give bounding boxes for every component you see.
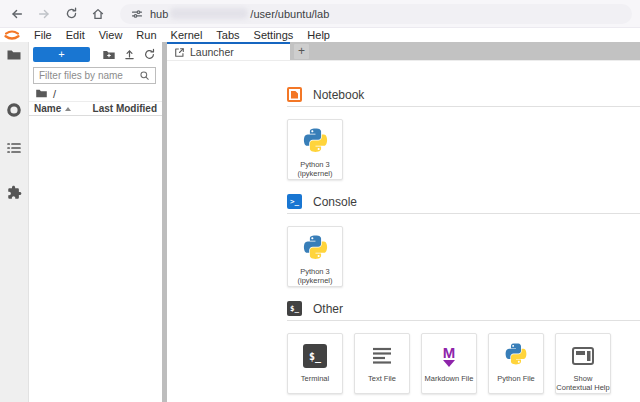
card-label: Terminal (301, 374, 329, 383)
browser-forward-icon[interactable] (35, 5, 53, 23)
launcher-section-notebook: Notebook Python 3 (ipykernel) (287, 87, 640, 180)
launcher-card-show-contextual-help[interactable]: Show Contextual Help (555, 333, 611, 394)
menu-file[interactable]: File (27, 29, 59, 41)
column-header-last-modified[interactable]: Last Modified (93, 103, 157, 114)
site-settings-icon[interactable] (130, 5, 144, 23)
file-browser-panel: + / (29, 42, 162, 402)
python-logo-icon (301, 126, 330, 158)
launcher-card-text-file[interactable]: Text File (354, 333, 410, 394)
launcher-card-terminal[interactable]: $_ Terminal (287, 333, 343, 394)
menu-tabs[interactable]: Tabs (209, 29, 246, 41)
jupyterlab-browser-window: hub /user/ubuntu/lab File Edit View Run … (0, 0, 640, 402)
running-sessions-icon[interactable] (0, 98, 28, 122)
url-path: /user/ubuntu/lab (250, 8, 329, 20)
new-folder-icon[interactable] (101, 47, 116, 62)
launcher-card-notebook-python3[interactable]: Python 3 (ipykernel) (287, 119, 343, 180)
card-row-other: $_ Terminal Text File M (287, 333, 640, 394)
menu-help[interactable]: Help (300, 29, 337, 41)
section-header-notebook: Notebook (287, 87, 640, 107)
terminal-icon: $_ (303, 340, 327, 372)
card-label: Show Contextual Help (556, 374, 610, 393)
browser-home-icon[interactable] (89, 5, 107, 23)
section-title: Other (313, 302, 343, 316)
launcher-card-python-file[interactable]: Python File (488, 333, 544, 394)
upload-icon[interactable] (122, 47, 137, 62)
python-logo-icon (503, 340, 529, 372)
terminal-small-icon: $_ (287, 301, 302, 316)
browser-reload-icon[interactable] (62, 5, 80, 23)
card-label: Text File (368, 374, 396, 383)
menu-run[interactable]: Run (129, 29, 163, 41)
jupyter-logo-icon (3, 29, 21, 41)
markdown-icon: M (443, 340, 456, 372)
browser-address-bar[interactable]: hub /user/ubuntu/lab (120, 4, 632, 24)
launcher-section-other: $_ Other $_ Terminal (287, 301, 640, 394)
browser-back-icon[interactable] (8, 5, 26, 23)
card-label: Python 3 (ipykernel) (297, 267, 332, 286)
launcher-section-console: >_ Console Python 3 (ipykernel) (287, 194, 640, 287)
console-icon: >_ (287, 194, 302, 209)
table-of-contents-icon[interactable] (0, 136, 28, 160)
url-host: hub (150, 8, 168, 20)
breadcrumb: / (35, 87, 56, 100)
menu-settings[interactable]: Settings (247, 29, 301, 41)
tab-launcher-label: Launcher (190, 46, 234, 58)
filter-files-input[interactable] (39, 70, 139, 81)
search-icon (139, 67, 150, 85)
section-title: Notebook (313, 88, 364, 102)
python-logo-icon (301, 233, 330, 265)
launcher-card-markdown-file[interactable]: M Markdown File (421, 333, 477, 394)
card-row-console: Python 3 (ipykernel) (287, 226, 640, 287)
launcher-card-console-python3[interactable]: Python 3 (ipykernel) (287, 226, 343, 287)
tab-bar: Launcher + (167, 42, 640, 60)
jupyterlab-menu-bar: File Edit View Run Kernel Tabs Settings … (0, 28, 640, 42)
main-area: + / (0, 42, 640, 402)
tab-launcher[interactable]: Launcher (167, 42, 290, 60)
browser-toolbar: hub /user/ubuntu/lab (0, 0, 640, 28)
text-file-icon (369, 340, 395, 372)
column-header-name[interactable]: Name (34, 103, 71, 114)
refresh-icon[interactable] (142, 47, 157, 62)
notebook-icon (287, 87, 302, 102)
section-header-other: $_ Other (287, 301, 640, 321)
launcher-body: Notebook Python 3 (ipykernel) (167, 60, 640, 402)
file-listing-header: Name Last Modified (29, 101, 162, 116)
menu-kernel[interactable]: Kernel (164, 29, 210, 41)
filter-files-box (33, 67, 156, 84)
menu-view[interactable]: View (92, 29, 130, 41)
redacted-url-segment (170, 8, 248, 19)
file-browser-tab-folder-icon[interactable] (0, 43, 28, 67)
card-label: Python 3 (ipykernel) (297, 160, 332, 179)
card-label: Markdown File (425, 374, 474, 383)
extensions-puzzle-icon[interactable] (0, 180, 28, 204)
breadcrumb-home-folder-icon[interactable] (35, 87, 48, 100)
section-header-console: >_ Console (287, 194, 640, 214)
card-label: Python File (497, 374, 535, 383)
section-title: Console (313, 195, 357, 209)
dock-panel: Launcher + Notebook (167, 42, 640, 402)
menu-edit[interactable]: Edit (59, 29, 92, 41)
left-activity-bar (0, 42, 29, 402)
breadcrumb-root[interactable]: / (53, 88, 56, 100)
card-row-notebook: Python 3 (ipykernel) (287, 119, 640, 180)
contextual-help-icon (570, 340, 596, 372)
sort-ascending-icon (65, 107, 71, 111)
new-launcher-button[interactable]: + (33, 47, 90, 62)
add-tab-button[interactable]: + (294, 44, 309, 59)
launcher-tab-icon (174, 47, 185, 58)
